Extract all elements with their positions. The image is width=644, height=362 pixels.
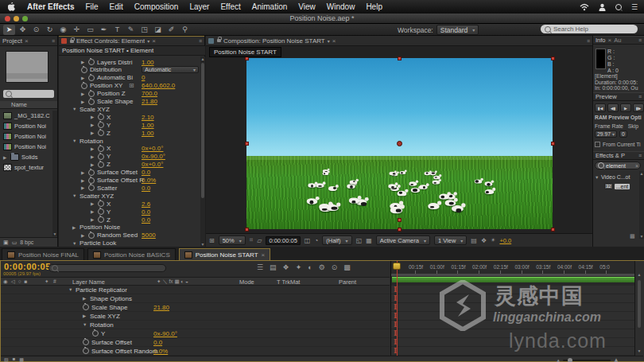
first-frame-button[interactable]: ▮◀ <box>595 103 606 112</box>
effect-property-row[interactable]: ▶Z1.00 <box>59 129 200 137</box>
menu-item-edit[interactable]: Edit <box>110 2 123 11</box>
stopwatch-icon[interactable] <box>98 114 104 120</box>
property-value[interactable]: 0.0 <box>142 208 150 216</box>
timeline-track-row[interactable]: I <box>391 294 635 303</box>
graph-editor-icon[interactable]: ▩ <box>343 263 351 271</box>
panel-menu-icon[interactable]: ≡ <box>638 153 642 158</box>
timeline-track-row[interactable]: I <box>391 329 635 338</box>
comp-mini-flowchart-icon[interactable]: ☰ <box>257 263 263 271</box>
stopwatch-icon[interactable] <box>98 200 104 207</box>
expander-icon[interactable]: ▶ <box>91 123 95 127</box>
wifi-icon[interactable] <box>580 3 589 11</box>
trkmat-column[interactable]: T TrkMat <box>277 278 300 286</box>
camera-dropdown[interactable]: Active Camera▾ <box>376 235 430 245</box>
effect-property-row[interactable]: ▶Layers Distri1.00 <box>59 58 200 66</box>
effect-property-row[interactable]: ▼Scatter XYZ <box>59 192 200 200</box>
expander-icon[interactable]: ▶ <box>91 115 95 119</box>
tab-info[interactable]: Info <box>596 37 606 44</box>
chevron-down-icon[interactable]: ▾ <box>147 38 149 44</box>
project-item[interactable]: Position Noi <box>0 131 57 142</box>
stopwatch-icon[interactable] <box>83 304 89 310</box>
audio-column-icon[interactable]: ◁ <box>11 278 15 285</box>
property-value[interactable]: 0.0% <box>153 348 168 355</box>
panel-menu-icon[interactable]: ≡ <box>52 38 55 44</box>
panel-menu-icon[interactable]: ≡ <box>587 38 590 44</box>
tab-preview[interactable]: Preview <box>596 93 617 100</box>
effect-property-row[interactable]: ▼Rotation <box>59 137 200 145</box>
stopwatch-icon[interactable] <box>81 67 87 73</box>
stopwatch-icon[interactable] <box>98 154 104 160</box>
timeline-track-row[interactable]: I <box>391 321 635 329</box>
property-value[interactable]: 0.0 <box>142 169 150 176</box>
previous-frame-button[interactable]: ◀▮ <box>607 103 619 112</box>
project-item[interactable]: spot_textur <box>0 162 57 173</box>
magnification-dropdown[interactable]: 50%▾ <box>219 235 246 245</box>
timeline-current-time[interactable]: 0:00:00:05 <box>4 262 51 271</box>
stopwatch-icon[interactable] <box>88 232 95 239</box>
tab-composition[interactable]: Composition: Position Noise START <box>223 37 325 45</box>
panel-menu-icon[interactable]: ≡ <box>199 38 202 44</box>
zoom-tool[interactable]: ⊙ <box>30 25 42 35</box>
layer-handle[interactable] <box>245 228 249 232</box>
timeline-zoom-slider[interactable]: ▲ ▲ <box>556 356 619 362</box>
timeline-property-row[interactable]: Scale Shape21.80 <box>1 303 390 312</box>
menu-item-file[interactable]: File <box>85 2 98 11</box>
interpret-footage-icon[interactable]: ▣ <box>3 239 9 246</box>
layer-number-column-icon[interactable]: # <box>53 278 56 284</box>
timeline-track-row[interactable]: I <box>391 347 635 356</box>
expander-icon[interactable]: ▶ <box>81 91 86 96</box>
current-time-indicator[interactable] <box>393 263 401 270</box>
project-item[interactable]: ▶Solids <box>0 152 57 162</box>
layer-name-column[interactable]: Layer Name <box>72 278 105 286</box>
timeline-property-row[interactable]: ▼Rotation <box>1 321 390 329</box>
property-dropdown[interactable]: Automatic▾ <box>142 66 199 73</box>
collapse-pane-icon[interactable]: ▧ <box>4 356 9 362</box>
stopwatch-icon[interactable] <box>88 169 95 176</box>
rotation-tool[interactable]: ↻ <box>44 25 56 35</box>
property-value[interactable]: 21.80 <box>142 98 157 105</box>
search-help-input[interactable]: Search Help <box>541 25 638 33</box>
draft-3d-icon[interactable]: ▤ <box>270 263 277 271</box>
layer-handle[interactable] <box>551 142 555 146</box>
menu-item-composition[interactable]: Composition <box>134 2 179 11</box>
stopwatch-icon[interactable] <box>98 130 104 136</box>
expander-icon[interactable]: ▶ <box>3 155 8 160</box>
expander-icon[interactable]: ▶ <box>91 209 95 214</box>
effect-property-row[interactable]: ▶Surface Offset R0.0% <box>59 177 200 185</box>
composition-viewer[interactable] <box>206 46 592 233</box>
expander-icon[interactable]: ▶ <box>91 201 95 206</box>
work-area-bar[interactable] <box>391 274 635 276</box>
timeline-track-row[interactable]: I <box>391 338 635 347</box>
eraser-tool[interactable]: ◪ <box>152 25 164 35</box>
stopwatch-icon[interactable] <box>98 146 104 152</box>
stopwatch-icon[interactable] <box>81 83 87 89</box>
property-value[interactable]: 0.0 <box>153 339 162 346</box>
shape-tool[interactable]: ▭ <box>84 25 96 35</box>
effect-property-row[interactable]: ▶Z0x+0.0° <box>59 161 200 169</box>
timeline-tab[interactable]: Position Noise START× <box>179 248 271 260</box>
layer-handle[interactable] <box>398 56 402 60</box>
zoom-in-icon[interactable]: ▲ <box>613 356 619 362</box>
brush-tool[interactable]: ✎ <box>125 25 137 35</box>
expander-icon[interactable]: ▶ <box>81 60 86 64</box>
lock-column-icon[interactable]: ■ <box>25 278 28 285</box>
timeline-property-row[interactable]: Y0x-90.0° <box>1 329 390 338</box>
effect-property-row[interactable]: ▶Position Z700.0 <box>59 90 200 98</box>
project-bit-depth[interactable]: 8 bpc <box>20 239 33 245</box>
menu-item-layer[interactable]: Layer <box>189 2 209 11</box>
chevron-down-icon[interactable]: ▾ <box>328 38 330 44</box>
notification-list-icon[interactable]: ☰ <box>631 3 638 11</box>
stopwatch-icon[interactable] <box>98 122 104 128</box>
lock-icon[interactable] <box>217 39 221 42</box>
from-current-checkbox[interactable] <box>595 142 600 147</box>
project-name-column-header[interactable]: Name <box>0 101 57 109</box>
project-item[interactable]: _MG_3182.C <box>0 111 57 121</box>
zoom-out-icon[interactable]: ▲ <box>556 358 561 362</box>
stopwatch-icon[interactable] <box>98 162 104 168</box>
stopwatch-icon[interactable] <box>92 330 99 337</box>
property-value[interactable]: 1.00 <box>142 122 154 129</box>
workspace-dropdown[interactable]: Standard ▾ <box>436 25 479 35</box>
property-value[interactable]: 21.80 <box>153 304 169 311</box>
spotlight-search-icon[interactable] <box>615 4 622 10</box>
property-value[interactable]: 2.10 <box>142 114 154 121</box>
